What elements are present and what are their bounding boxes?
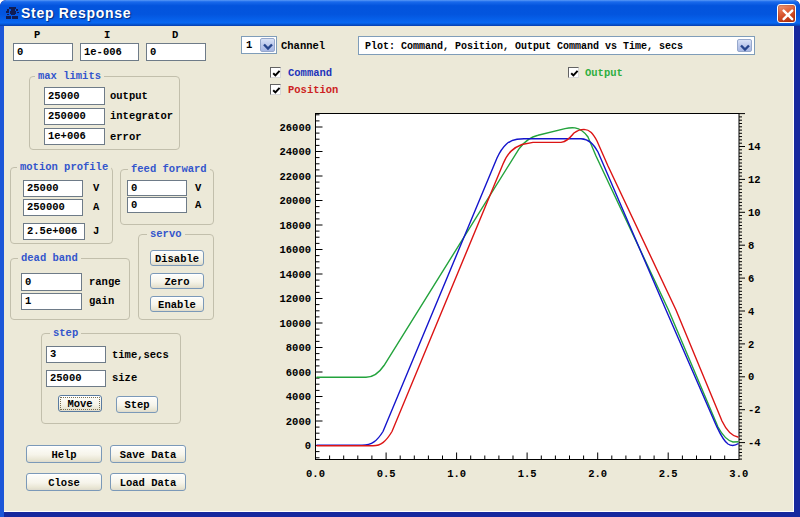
svg-text:6: 6 xyxy=(748,273,754,285)
svg-text:12000: 12000 xyxy=(279,293,311,305)
svg-text:14000: 14000 xyxy=(279,269,311,281)
svg-text:0: 0 xyxy=(305,440,311,452)
svg-text:14: 14 xyxy=(748,141,761,153)
svg-text:0: 0 xyxy=(748,371,754,383)
svg-text:16000: 16000 xyxy=(279,244,311,256)
svg-text:4000: 4000 xyxy=(286,391,311,403)
svg-text:10: 10 xyxy=(748,207,761,219)
svg-text:-2: -2 xyxy=(748,404,761,416)
svg-text:8: 8 xyxy=(748,240,754,252)
svg-text:4: 4 xyxy=(748,306,754,318)
svg-text:1.0: 1.0 xyxy=(447,468,466,480)
svg-text:0.5: 0.5 xyxy=(377,468,396,480)
svg-text:24000: 24000 xyxy=(279,146,311,158)
svg-text:6000: 6000 xyxy=(286,367,311,379)
svg-text:22000: 22000 xyxy=(279,171,311,183)
svg-text:1.5: 1.5 xyxy=(518,468,537,480)
svg-text:8000: 8000 xyxy=(286,342,311,354)
svg-text:12: 12 xyxy=(748,174,761,186)
svg-text:0.0: 0.0 xyxy=(306,468,325,480)
svg-text:2.0: 2.0 xyxy=(588,468,607,480)
svg-text:26000: 26000 xyxy=(279,122,311,134)
svg-text:2000: 2000 xyxy=(286,416,311,428)
svg-text:10000: 10000 xyxy=(279,318,311,330)
svg-text:18000: 18000 xyxy=(279,220,311,232)
svg-text:2: 2 xyxy=(748,339,754,351)
svg-text:-4: -4 xyxy=(748,437,761,449)
svg-text:3.0: 3.0 xyxy=(729,468,748,480)
svg-text:20000: 20000 xyxy=(279,195,311,207)
svg-text:2.5: 2.5 xyxy=(659,468,678,480)
